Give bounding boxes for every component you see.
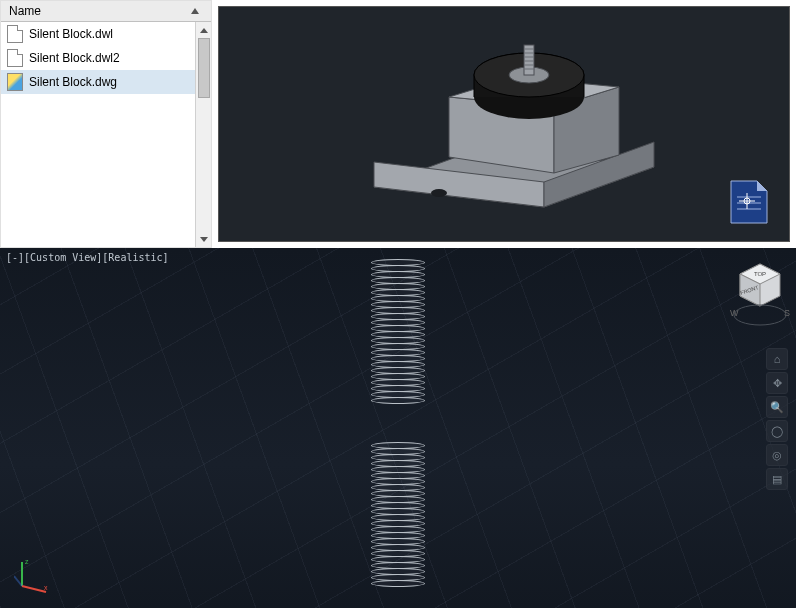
- nav-wheel-button[interactable]: ◎: [766, 444, 788, 466]
- dwg-file-icon: [727, 177, 771, 227]
- sort-asc-icon: [191, 8, 199, 14]
- model-spring-top[interactable]: [370, 260, 426, 404]
- ucs-z-label: z: [25, 558, 29, 565]
- top-pane: Name Silent Block.dwl Silent Block.dwl2 …: [0, 0, 796, 248]
- nav-orbit-button[interactable]: ◯: [766, 420, 788, 442]
- file-item-dwg[interactable]: Silent Block.dwg: [1, 70, 211, 94]
- file-list-panel: Name Silent Block.dwl Silent Block.dwl2 …: [0, 0, 212, 248]
- viewport-label[interactable]: [-][Custom View][Realistic]: [6, 252, 169, 263]
- file-item-label: Silent Block.dwl2: [29, 51, 120, 65]
- scrollbar-thumb[interactable]: [198, 38, 210, 98]
- orbit-icon: ◯: [771, 425, 783, 438]
- chevron-up-icon: [200, 28, 208, 33]
- file-list: Silent Block.dwl Silent Block.dwl2 Silen…: [1, 22, 211, 247]
- scrollbar-vertical[interactable]: [195, 22, 211, 247]
- viewcube[interactable]: TOP FRONT: [734, 258, 786, 310]
- ucs-gizmo[interactable]: z x: [14, 554, 54, 594]
- zoom-icon: 🔍: [770, 401, 784, 414]
- nav-show-button[interactable]: ▤: [766, 468, 788, 490]
- model-spring-bottom[interactable]: [370, 443, 426, 587]
- svg-point-16: [431, 189, 447, 197]
- navigation-bar: ⌂ ✥ 🔍 ◯ ◎ ▤: [766, 348, 788, 490]
- svg-line-30: [22, 586, 46, 592]
- svg-marker-18: [757, 181, 767, 191]
- wheel-icon: ◎: [772, 449, 782, 462]
- nav-zoom-button[interactable]: 🔍: [766, 396, 788, 418]
- file-item-dwl[interactable]: Silent Block.dwl: [1, 22, 211, 46]
- viewcube-top-label: TOP: [754, 271, 766, 277]
- home-icon: ⌂: [774, 353, 781, 365]
- showmotion-icon: ▤: [772, 473, 782, 486]
- chevron-down-icon: [200, 237, 208, 242]
- file-list-header[interactable]: Name: [1, 1, 211, 22]
- preview-3d-render: [219, 7, 789, 241]
- file-list-header-label: Name: [9, 4, 41, 18]
- file-item-label: Silent Block.dwl: [29, 27, 113, 41]
- preview-panel: [212, 0, 796, 248]
- scroll-up-button[interactable]: [196, 22, 212, 38]
- file-item-label: Silent Block.dwg: [29, 75, 117, 89]
- nav-pan-button[interactable]: ✥: [766, 372, 788, 394]
- file-item-dwl2[interactable]: Silent Block.dwl2: [1, 46, 211, 70]
- dwg-icon: [7, 73, 23, 91]
- preview-viewport[interactable]: [218, 6, 790, 242]
- scroll-down-button[interactable]: [196, 231, 212, 247]
- file-icon: [7, 25, 23, 43]
- pan-icon: ✥: [773, 377, 782, 390]
- svg-line-31: [14, 576, 22, 586]
- ucs-x-label: x: [44, 584, 48, 591]
- file-icon: [7, 49, 23, 67]
- nav-home-button[interactable]: ⌂: [766, 348, 788, 370]
- model-viewport[interactable]: [-][Custom View][Realistic] TOP FRONT W …: [0, 248, 796, 608]
